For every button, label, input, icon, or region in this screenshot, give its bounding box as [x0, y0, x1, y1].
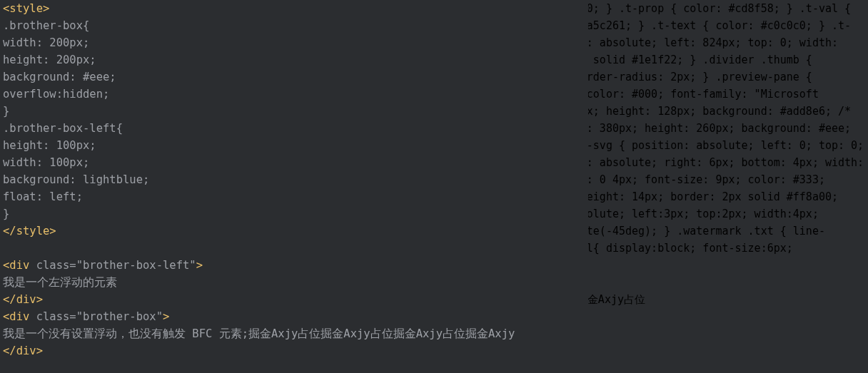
- code-line: [3, 240, 588, 257]
- code-line: <div class="brother-box">: [3, 308, 588, 325]
- code-line: .brother-box-left{: [3, 120, 588, 137]
- code-line: width: 200px;: [3, 34, 588, 51]
- code-editor: <style>.brother-box{width: 200px;height:…: [0, 0, 588, 373]
- code-line: height: 200px;: [3, 51, 588, 68]
- code-line: </div>: [3, 342, 588, 359]
- code-line: }: [3, 205, 588, 223]
- code-line: }: [3, 103, 588, 120]
- code-line: height: 100px;: [3, 137, 588, 154]
- code-line: </style>: [3, 223, 588, 240]
- code-line: <div class="brother-box-left">: [3, 257, 588, 274]
- code-line: background: #eee;: [3, 68, 588, 86]
- code-line: <style>: [3, 0, 588, 17]
- code-line: </div>: [3, 291, 588, 308]
- code-line: float: left;: [3, 188, 588, 205]
- code-line: width: 100px;: [3, 154, 588, 171]
- code-line: background: lightblue;: [3, 171, 588, 188]
- code-line: 我是一个没有设置浮动，也没有触发 BFC 元素;掘金Axjy占位掘金Axjy占位…: [3, 325, 588, 342]
- code-line: 我是一个左浮动的元素: [3, 274, 588, 291]
- code-line: overflow:hidden;: [3, 86, 588, 103]
- code-line: .brother-box{: [3, 17, 588, 34]
